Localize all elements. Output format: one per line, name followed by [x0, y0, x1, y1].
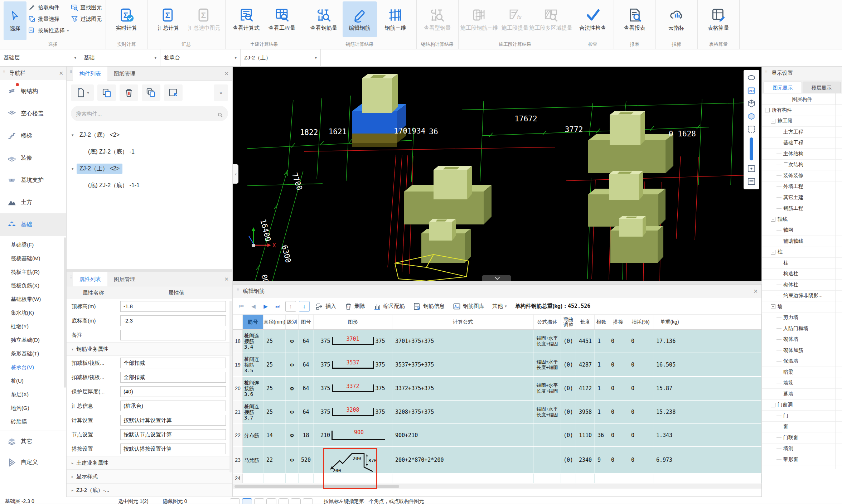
close-icon[interactable]: ✕: [59, 70, 63, 77]
list-box-button[interactable]: [745, 175, 758, 188]
sidebar-subitem[interactable]: 条形基础(T): [0, 347, 66, 360]
sidebar-subitem[interactable]: 基础梁(F): [0, 238, 66, 252]
sidebar-item-3[interactable]: 装修: [0, 147, 66, 169]
component-tree-item[interactable]: (底) ZJ-2（底） -1: [67, 144, 232, 160]
ribbon-button[interactable]: Σ汇总计算: [151, 1, 186, 37]
tab-component-list[interactable]: 构件列表: [73, 67, 107, 81]
next-row-button[interactable]: ▶: [260, 301, 271, 312]
column-header[interactable]: 弯曲调整: [561, 315, 576, 329]
sidebar-subitem[interactable]: 砖胎膜: [0, 415, 66, 428]
ribbon-button[interactable]: 施工段多区域提量: [534, 1, 568, 37]
layer-tree-item[interactable]: 其它土建: [762, 192, 842, 203]
sidebar-item-bottom-1[interactable]: 自定义: [0, 452, 66, 472]
layer-tree-item[interactable]: 构造柱: [762, 269, 842, 280]
column-header[interactable]: 直径(mm): [263, 315, 286, 329]
column-header[interactable]: 筋号: [243, 315, 263, 329]
ribbon-item-batch[interactable]: 批量选择: [28, 15, 69, 23]
column-header[interactable]: 公式描述: [534, 315, 561, 329]
ribbon-button[interactable]: Σ实时计算: [110, 1, 144, 37]
layer-tree-item[interactable]: 人防门框墙: [762, 323, 842, 334]
selector-dropdown-0[interactable]: 基础层▾: [0, 49, 80, 66]
component-tree-item[interactable]: ▾ZJ-2（底） <2>: [67, 127, 232, 144]
edit-toolbar-bars-button[interactable]: 缩尺配筋: [370, 301, 408, 312]
check-button[interactable]: [266, 498, 276, 504]
layer-tree-item[interactable]: −轴线: [762, 214, 842, 225]
grid-button[interactable]: [291, 498, 301, 504]
sidebar-item-4[interactable]: 基坑支护: [0, 169, 66, 191]
sidebar-subitem[interactable]: 桩(U): [0, 374, 66, 388]
component-tree-item[interactable]: ▾ZJ-2（上） <2>: [67, 160, 232, 177]
table-row[interactable]: 22分布筋14Φ18210900900+210(0)111036001.343: [233, 424, 761, 447]
layer-tree-item[interactable]: 暗梁: [762, 367, 842, 378]
ribbon-item-filter[interactable]: 过滤图元: [71, 15, 102, 23]
edit-toolbar-insert-button[interactable]: 插入: [312, 301, 339, 312]
ribbon-item-pick[interactable]: 拾取构件: [28, 4, 69, 11]
last-row-button[interactable]: ⏭: [272, 301, 283, 312]
property-section[interactable]: ▸土建业务属性: [67, 456, 232, 470]
table-row[interactable]: 24: [233, 474, 761, 484]
edit-toolbar-more-button[interactable]: 其他▾: [489, 301, 510, 312]
sidebar-subitem[interactable]: 地沟(G): [0, 401, 66, 415]
layer-tree-item[interactable]: 土方工程: [762, 127, 842, 138]
layer-tree-item[interactable]: 主体结构: [762, 149, 842, 160]
collapse-minus-icon[interactable]: −: [771, 217, 775, 222]
property-value[interactable]: 按默认搭接设置计算: [120, 444, 226, 454]
property-value[interactable]: 按默认节点设置计算: [120, 429, 226, 440]
layer-tree-item[interactable]: 轴网: [762, 225, 842, 236]
tab-element-display[interactable]: 图元显示: [764, 82, 802, 93]
selector-dropdown-1[interactable]: 基础▾: [80, 49, 160, 66]
table-row[interactable]: 21桩间连接筋3.725Φ6437532083753208+375+375锚固+…: [233, 401, 761, 424]
close-icon[interactable]: ✕: [753, 288, 758, 295]
ribbon-button[interactable]: 查看型钢量: [420, 1, 455, 37]
viewport-3d[interactable]: X182216211701934361767237720 16287700164…: [233, 67, 762, 281]
visibility-box-button[interactable]: [745, 163, 758, 175]
layer-tree-item[interactable]: −门窗洞: [762, 400, 842, 411]
property-section[interactable]: ▸显示样式: [67, 470, 232, 483]
copy-button[interactable]: [97, 84, 116, 101]
ribbon-button[interactable]: 查看计算式: [229, 1, 263, 37]
ribbon-button[interactable]: 查看钢筋量: [307, 1, 341, 37]
sidebar-subitem[interactable]: 柱墩(Y): [0, 320, 66, 333]
view-toolbar-scrollbar[interactable]: [750, 137, 753, 160]
layer-tree-item[interactable]: 砌体加筋: [762, 345, 842, 356]
layer-tree-item[interactable]: 幕墙: [762, 389, 842, 400]
property-scrollbar[interactable]: [229, 301, 232, 472]
layer-tree-item[interactable]: 带形窗: [762, 454, 842, 465]
collapse-minus-icon[interactable]: −: [765, 108, 770, 112]
expand-toolbar-button[interactable]: »: [214, 84, 228, 101]
tab-layer-management[interactable]: 图层管理: [107, 272, 142, 286]
edit-toolbar-gallery-button[interactable]: 钢筋图库: [449, 301, 488, 312]
property-value[interactable]: 全部扣减: [120, 358, 226, 368]
ribbon-button[interactable]: 钢筋三维: [378, 1, 413, 37]
property-value[interactable]: (40): [120, 386, 226, 397]
layer-tree-item[interactable]: 约束边缘非阴影...: [762, 291, 842, 302]
layer-tree-item[interactable]: −柱: [762, 247, 842, 258]
sidebar-subitem[interactable]: 筏板负筋(X): [0, 279, 66, 292]
ribbon-button[interactable]: Σ汇总选中图元: [187, 1, 222, 37]
tab-floor-display[interactable]: 楼层显示: [803, 82, 841, 93]
sidebar-subitem[interactable]: 基础板带(W): [0, 292, 66, 306]
ribbon-button[interactable]: 查看工程量: [265, 1, 299, 37]
table-row[interactable]: 19桩间连接筋3.525Φ6437535373753537+375+375锚固+…: [233, 353, 761, 377]
ribbon-button[interactable]: 合法性检查: [576, 1, 610, 37]
ribbon-button[interactable]: 云指标: [659, 1, 694, 37]
layer-tree-item[interactable]: 基础工程: [762, 138, 842, 149]
selector-dropdown-3[interactable]: ZJ-2（上）▾: [241, 49, 321, 66]
plus-button[interactable]: [279, 498, 289, 504]
collapse-minus-icon[interactable]: −: [771, 403, 775, 407]
layer-tree-item[interactable]: 柱: [762, 258, 842, 269]
collapse-minus-icon[interactable]: −: [771, 250, 775, 255]
layer-tree-item[interactable]: −所有构件: [762, 105, 842, 116]
trash-button[interactable]: [120, 84, 138, 101]
sidebar-subitem[interactable]: 筏板基础(M): [0, 252, 66, 265]
collapse-bottom-icon[interactable]: [482, 275, 511, 281]
layer-tree-item[interactable]: 辅助轴线: [762, 236, 842, 247]
solid-view-button[interactable]: [745, 110, 758, 122]
layer-tree-item[interactable]: −墙: [762, 301, 842, 312]
column-header[interactable]: 根数: [595, 315, 608, 329]
property-value[interactable]: -1.8: [120, 301, 226, 312]
collapse-left-icon[interactable]: ‹: [233, 164, 238, 184]
table-row[interactable]: 20桩间连接筋3.625Φ6437533723753372+375+375锚固+…: [233, 377, 761, 401]
cross-button[interactable]: [254, 498, 264, 504]
component-tree-item[interactable]: (底) ZJ-2（底） -1-1: [67, 177, 232, 194]
